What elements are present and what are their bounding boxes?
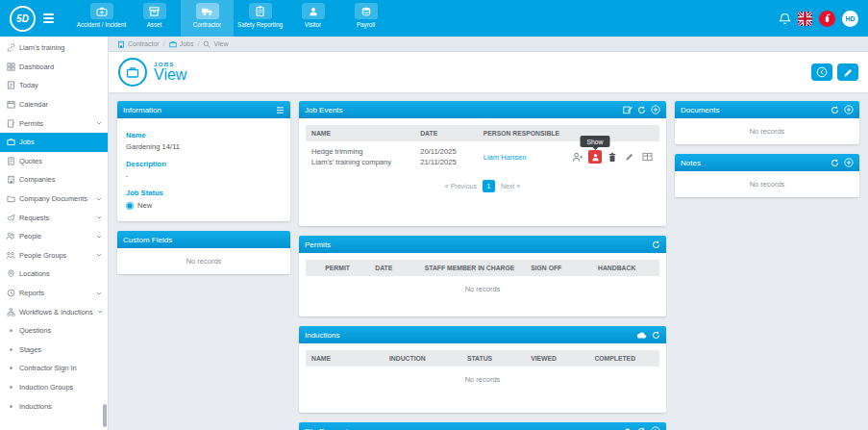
refresh-icon[interactable]: [831, 106, 839, 114]
refresh-icon[interactable]: [637, 106, 646, 114]
status-badge: New: [137, 201, 152, 210]
sidebar-item-calendar[interactable]: Calendar: [0, 95, 108, 114]
sidebar-item-permits[interactable]: Permits: [0, 114, 108, 133]
page-header: JOBS View: [109, 52, 868, 92]
refresh-icon[interactable]: [831, 159, 839, 167]
sidebar-item-workflows-inductions[interactable]: Workflows & Inductions: [0, 302, 108, 321]
asset-box-icon: [143, 3, 166, 19]
sidebar-item-label: People: [19, 232, 41, 240]
sidebar-item-people[interactable]: People: [0, 227, 108, 246]
person-link[interactable]: Liam Hansen: [484, 153, 527, 162]
module-nav: Accident / Incident Asset Contractor Saf…: [75, 0, 392, 37]
sidebar-item-companies[interactable]: Companies: [0, 170, 108, 190]
sidebar-item-people-groups[interactable]: People Groups: [0, 246, 108, 266]
sidebar-scrollbar-thumb[interactable]: [103, 404, 107, 427]
cloud-icon[interactable]: [636, 331, 647, 339]
sidebar-item-locations[interactable]: Locations: [0, 265, 108, 284]
event-person-cell: Liam Hansen: [478, 141, 565, 172]
page-actions: [811, 63, 858, 81]
field-label: Job Status: [126, 189, 282, 197]
sidebar-item-label: Dashboard: [19, 63, 54, 71]
logo-text: 5D: [16, 13, 29, 24]
sidebar-item-company-documents[interactable]: Company Documents: [0, 190, 108, 209]
sidebar-item-dashboard[interactable]: Dashboard: [0, 58, 108, 77]
column-header: NAME: [306, 125, 414, 141]
chevron-down-icon: [97, 310, 103, 314]
sidebar-item-quotes[interactable]: Quotes: [0, 152, 108, 171]
sidebar-item-today[interactable]: Today: [0, 76, 108, 95]
sidebar-item-questions[interactable]: Questions: [0, 321, 108, 341]
add-icon[interactable]: [844, 158, 854, 167]
sidebar-item-jobs[interactable]: Jobs: [0, 133, 108, 152]
person-add-icon[interactable]: [571, 150, 584, 164]
documents-panel-header: Documents: [675, 101, 859, 118]
sidebar-item-inductions[interactable]: Inductions: [0, 396, 108, 416]
menu-toggle-icon[interactable]: [43, 13, 54, 23]
edit-button[interactable]: [837, 63, 858, 81]
form-edit-icon[interactable]: [623, 105, 632, 114]
pagination: « Previous 1 Next »: [306, 172, 659, 196]
field-value: -: [126, 171, 282, 180]
column-header: PERSON RESPONSIBLE: [478, 125, 565, 141]
refresh-icon[interactable]: [652, 331, 660, 340]
add-icon[interactable]: [651, 105, 660, 114]
breadcrumb-label: Contractor: [128, 40, 160, 47]
panel-title: Inductions: [305, 331, 339, 340]
nav-payroll[interactable]: Payroll: [339, 0, 392, 37]
column-header: STATUS: [461, 350, 525, 367]
breadcrumb-contractor[interactable]: Contractor: [117, 40, 160, 48]
trash-icon[interactable]: [606, 150, 619, 164]
sidebar-item-label: People Groups: [19, 251, 66, 260]
breadcrumb-separator: /: [197, 40, 199, 47]
sidebar-item-liams-training[interactable]: Liam's training: [0, 38, 108, 58]
table-row: Hedge trimming Liam's' training company …: [306, 141, 659, 172]
tooltip: Show: [580, 136, 609, 147]
custom-fields-panel-header: Custom Fields: [117, 231, 290, 248]
sidebar-item-induction-groups[interactable]: Induction Groups: [0, 378, 108, 397]
building-icon: [6, 175, 15, 184]
bell-icon[interactable]: [779, 13, 791, 25]
refresh-icon[interactable]: [652, 240, 660, 249]
sidebar-item-label: Liam's training: [19, 43, 64, 52]
add-icon[interactable]: [844, 105, 854, 114]
nav-asset[interactable]: Asset: [128, 0, 181, 37]
sidebar-item-label: Stages: [19, 345, 41, 354]
refresh-icon[interactable]: [637, 427, 646, 430]
bullet-dot-icon: [10, 348, 12, 351]
show-person-button[interactable]: Show: [588, 150, 602, 164]
pencil-icon[interactable]: [623, 150, 636, 164]
inductions-panel: Inductions NAME INDUCTION: [299, 326, 666, 413]
sidebar-item-requests[interactable]: Requests: [0, 208, 108, 227]
column-header: DATE: [369, 260, 419, 276]
nav-visitor[interactable]: Visitor: [286, 0, 339, 37]
field-label: Description: [126, 160, 282, 168]
breadcrumb-view[interactable]: View: [203, 40, 228, 48]
back-button[interactable]: [811, 63, 832, 81]
nav-contractor[interactable]: Contractor: [181, 0, 234, 37]
sidebar-item-label: Requests: [19, 214, 49, 222]
sidebar-item-stages[interactable]: Stages: [0, 341, 108, 360]
pagination-next[interactable]: Next »: [501, 183, 520, 190]
no-records-text: No records: [675, 118, 859, 144]
pagination-page-1[interactable]: 1: [483, 180, 495, 192]
nav-accident-incident[interactable]: Accident / Incident: [75, 0, 128, 37]
pagination-prev[interactable]: « Previous: [445, 183, 477, 190]
clock-icon: [6, 289, 15, 297]
panel-title: Permits: [305, 240, 331, 249]
sidebar-item-label: Induction Groups: [19, 383, 73, 392]
avatar[interactable]: HD: [842, 11, 858, 27]
uk-flag-icon[interactable]: [798, 12, 812, 26]
people-icon: [6, 232, 15, 240]
sidebar-item-label: Calendar: [19, 100, 48, 109]
sidebar-item-reports[interactable]: Reports: [0, 284, 108, 303]
job-events-table: NAME DATE PERSON RESPONSIBLE Hedge trimm…: [306, 125, 659, 172]
sidebar-item-contractor-sign-in[interactable]: Contractor Sign In: [0, 359, 108, 378]
table-icon[interactable]: [640, 150, 654, 164]
nav-safety-reporting[interactable]: Safety Reporting: [234, 0, 286, 37]
column-header: HANDBACK: [592, 260, 659, 276]
fire-extinguisher-icon[interactable]: [819, 11, 835, 27]
add-icon[interactable]: [651, 426, 660, 430]
breadcrumb-jobs[interactable]: Jobs: [169, 40, 194, 48]
app-logo[interactable]: 5D: [0, 0, 63, 37]
list-icon[interactable]: [276, 107, 285, 114]
